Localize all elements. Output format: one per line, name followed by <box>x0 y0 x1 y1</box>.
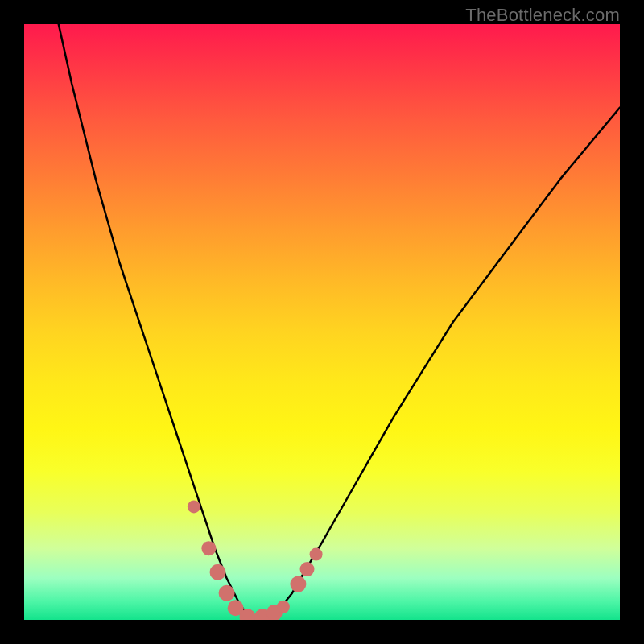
curve-marker <box>210 564 226 580</box>
curve-marker <box>290 576 306 592</box>
chart-svg <box>24 24 620 620</box>
watermark-label: TheBottleneck.com <box>465 5 620 26</box>
curve-marker <box>300 562 315 576</box>
bottleneck-curve <box>24 24 620 617</box>
curve-markers <box>188 500 323 620</box>
curve-marker <box>201 541 216 555</box>
curve-marker <box>188 500 200 513</box>
curve-marker <box>277 601 290 613</box>
curve-marker <box>219 585 235 601</box>
chart-frame: TheBottleneck.com <box>0 0 644 644</box>
curve-marker <box>310 548 323 561</box>
curve-path <box>24 24 620 617</box>
